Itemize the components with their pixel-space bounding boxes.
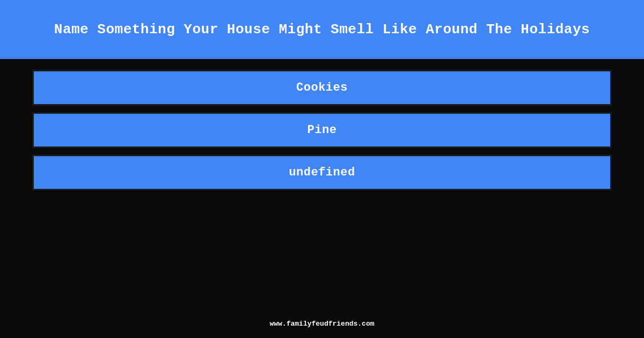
answers-container: Cookies Pine undefined — [0, 59, 644, 201]
question-title: Name Something Your House Might Smell Li… — [54, 20, 590, 39]
question-header: Name Something Your House Might Smell Li… — [0, 0, 644, 59]
answer-button-3[interactable]: undefined — [32, 155, 612, 190]
footer: www.familyfeudfriends.com — [0, 319, 644, 328]
footer-url: www.familyfeudfriends.com — [269, 320, 374, 328]
answer-button-2[interactable]: Pine — [32, 112, 612, 148]
answer-button-1[interactable]: Cookies — [32, 70, 612, 106]
